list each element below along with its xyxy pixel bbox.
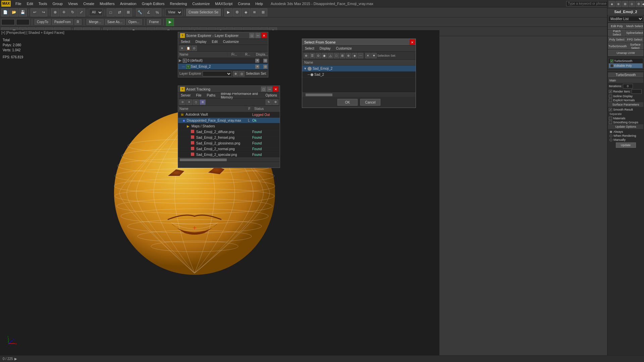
se-tb-layer[interactable]: 📋 — [185, 46, 191, 51]
at-row-maps[interactable]: ▶ Maps / Shaders — [178, 123, 280, 129]
menu-tools[interactable]: Tools — [36, 1, 50, 6]
open-button[interactable]: Open... — [126, 19, 142, 25]
tb-move[interactable]: ✛ — [60, 8, 68, 16]
update-button[interactable]: Update — [616, 142, 636, 148]
sfs-tb-btn5[interactable]: △ — [328, 53, 333, 58]
smooth-result-checkbox[interactable]: ✓ — [609, 108, 612, 111]
rp-icon5[interactable]: ⚙ — [636, 1, 642, 7]
se-menu-edit[interactable]: Edit — [209, 40, 220, 44]
se-menu-select[interactable]: Select — [178, 40, 193, 44]
status-arrow[interactable]: ▶ — [14, 357, 17, 361]
menu-create[interactable]: Create — [80, 1, 97, 6]
surface-select-button[interactable]: Surface Select — [627, 43, 643, 49]
at-tb-btn2[interactable]: ≡ — [186, 100, 192, 105]
menu-customize[interactable]: Customize — [190, 1, 212, 6]
sfs-menu-display[interactable]: Display — [317, 46, 333, 51]
se-menu-customize[interactable]: Customize — [220, 40, 241, 44]
at-tb-refresh[interactable]: ↻ — [266, 100, 272, 105]
at-row-frensel[interactable]: Sad_Emoji_2_frensel.png Found — [178, 135, 280, 140]
merge-button[interactable]: Merge... — [87, 19, 104, 25]
sfs-tb-btn7[interactable]: ⊞ — [340, 53, 345, 58]
materials-checkbox[interactable] — [609, 117, 612, 120]
at-row-normal[interactable]: Sad_Emoji_2_normal.png Found — [178, 146, 280, 152]
at-tb-settings[interactable]: ⚙ — [272, 100, 278, 105]
tb-mirror[interactable]: ⇄ — [115, 8, 123, 16]
at-menu-paths[interactable]: Paths — [204, 93, 218, 98]
modifier-turbosmooth[interactable]: ✓ TurboSmooth — [609, 59, 643, 63]
rp-expand-icon[interactable]: ◀ — [642, 1, 644, 7]
menu-graph-editors[interactable]: Graph Editors — [139, 1, 167, 6]
create-selection-button[interactable]: Create Selection Se — [186, 9, 221, 16]
when-rendering-radio[interactable] — [609, 134, 612, 137]
modifier-list-dropdown[interactable]: Modifier List — [608, 16, 643, 22]
unwrap-uvw-button[interactable]: Unwrap UVW — [608, 50, 643, 56]
sfs-tb-btn1[interactable]: ⊕ — [304, 53, 309, 58]
coord-x-input[interactable]: 1920 — [1, 19, 15, 25]
render-iters-checkbox[interactable]: ✓ — [609, 90, 612, 93]
sfs-tb-btn3[interactable]: ⊙ — [316, 53, 321, 58]
se-row-sad-emoji[interactable]: ─ S Sad_Emoji_2 ☀ ◎ — [178, 64, 268, 70]
sfs-close[interactable]: ✕ — [410, 40, 415, 45]
sfs-menu-select[interactable]: Select — [302, 46, 317, 51]
tb-snap[interactable]: 🔧 — [136, 8, 144, 16]
tb-open[interactable]: 📂 — [10, 8, 18, 16]
menu-views[interactable]: Views — [65, 1, 80, 6]
mesh-select-button[interactable]: Mesh Select — [626, 23, 643, 29]
menu-maxscript[interactable]: MAXScript — [212, 1, 235, 6]
tb-render[interactable]: ▶ — [224, 8, 232, 16]
coord-y-input[interactable]: 2048 — [16, 19, 30, 25]
se-footer-icon2[interactable]: ◎ — [239, 71, 245, 76]
frame-button[interactable]: Frame — [147, 19, 161, 25]
at-tb-btn4[interactable]: ⊞ — [200, 100, 206, 105]
sfs-titlebar[interactable]: Select From Scene ✕ — [302, 39, 416, 46]
tb-undo[interactable]: ↩ — [31, 8, 39, 16]
sfs-delete-icon[interactable]: ✕ — [365, 53, 371, 58]
sfs-tb-btn8[interactable]: ⊛ — [346, 53, 351, 58]
sfs-ok-button[interactable]: OK — [337, 99, 358, 106]
smoothing-groups-checkbox[interactable] — [609, 121, 612, 124]
ts-active-checkbox[interactable]: ✓ — [610, 59, 613, 63]
at-row-diffuse[interactable]: Sad_Emoji_2_diffuse.png Found — [178, 129, 280, 135]
rp-icon1[interactable]: ◈ — [609, 1, 615, 7]
rp-icon2[interactable]: ⊕ — [615, 1, 622, 7]
spline-select-button[interactable]: SplineSelect — [626, 30, 643, 36]
scene-explorer-maximize[interactable]: □ — [249, 33, 255, 38]
ep-active-checkbox[interactable] — [610, 64, 613, 67]
at-tb-btn1[interactable]: ⊙ — [179, 100, 185, 105]
sfs-row-sad2[interactable]: ─ Sad_2 — [302, 72, 416, 78]
sfs-menu-customize[interactable]: Customize — [333, 46, 355, 51]
sfs-tb-btn2[interactable]: ☰ — [310, 53, 315, 58]
sfs-scrollbar-h[interactable] — [302, 93, 416, 97]
scene-explorer-close[interactable]: ✕ — [261, 33, 267, 38]
at-menu-bitmap[interactable]: Bitmap Performance and Memory — [218, 92, 263, 100]
at-row-vault[interactable]: 🏛 Autodesk Vault Logged Out — [178, 112, 280, 118]
sfs-row-sad-emoji2[interactable]: ▼ Sad_Emoji_2 — [302, 66, 416, 72]
at-menu-options[interactable]: Options — [263, 93, 280, 98]
pastefrom-button[interactable]: PasteFrom — [52, 19, 73, 25]
scene-explorer-titlebar[interactable]: 3 Scene Explorer - Layer Explorer □ ─ ✕ — [178, 32, 268, 39]
modifier-editable-poly[interactable]: Editable Poly — [609, 63, 643, 68]
always-radio[interactable] — [609, 130, 612, 133]
menu-rendering[interactable]: Rendering — [167, 1, 190, 6]
at-row-specular[interactable]: Sad_Emoji_2_specular.png Found — [178, 152, 280, 158]
tb-select-box[interactable]: □ — [107, 8, 115, 16]
menu-corona[interactable]: Corona — [235, 1, 253, 6]
edit-poly-button[interactable]: Edit Poly — [608, 23, 626, 29]
turbosmooth-button[interactable]: TurboSmooth — [608, 43, 627, 49]
se-footer-icon1[interactable]: ⊕ — [233, 71, 238, 76]
tb-new[interactable]: 📄 — [1, 8, 9, 16]
menu-group[interactable]: Group — [50, 1, 65, 6]
se-menu-display[interactable]: Display — [193, 40, 209, 44]
menu-animation[interactable]: Animation — [117, 1, 139, 6]
r-button[interactable]: R — [74, 19, 82, 25]
tb-select[interactable]: ⊕ — [51, 8, 59, 16]
se-tb-delete[interactable]: ✕ — [179, 46, 185, 51]
rp-icon4[interactable]: ⊙ — [629, 1, 635, 7]
at-tb-btn3[interactable]: ◻ — [193, 100, 199, 105]
iterations-input[interactable] — [623, 84, 633, 88]
rp-icon3[interactable]: ⊞ — [622, 1, 628, 7]
render-iters-input[interactable] — [632, 89, 642, 94]
isoline-checkbox[interactable] — [609, 95, 612, 98]
se-footer-dropdown[interactable] — [203, 71, 232, 76]
at-scrollbar-h[interactable] — [178, 158, 280, 162]
